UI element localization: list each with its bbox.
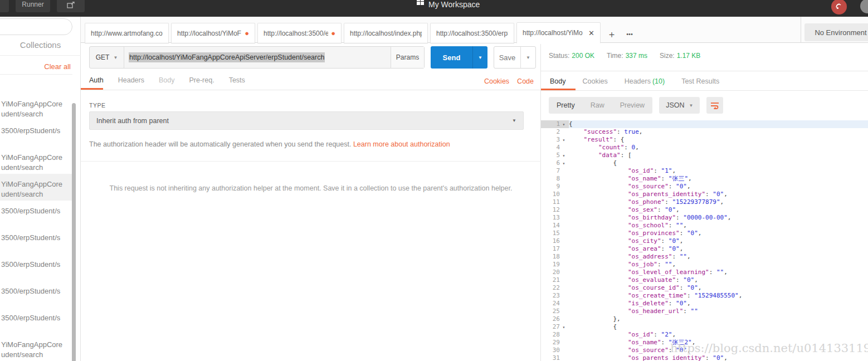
code-gutter[interactable]: 27▾ xyxy=(541,323,569,331)
sidebar-search-input[interactable] xyxy=(0,18,72,35)
save-options-button[interactable]: ▼ xyxy=(520,47,535,68)
send-button[interactable]: Send xyxy=(431,46,472,69)
request-tab-prereq[interactable]: Pre-req. xyxy=(189,76,214,90)
code-text: "os_area": "0", xyxy=(569,245,868,253)
history-item-line: 3500/erpStudent/s xyxy=(1,126,72,136)
workspace-switcher[interactable]: My Workspace xyxy=(417,0,480,12)
fold-caret-icon[interactable]: ▾ xyxy=(560,136,568,144)
history-item[interactable]: 3500/erpStudent/s xyxy=(0,201,72,227)
runner-button[interactable]: Runner xyxy=(16,0,50,12)
code-gutter[interactable]: 17 xyxy=(541,245,569,253)
code-gutter[interactable]: 28 xyxy=(541,331,569,339)
view-mode-preview[interactable]: Preview xyxy=(612,97,652,114)
code-gutter[interactable]: 5▾ xyxy=(541,152,569,159)
fold-caret-icon[interactable]: ▾ xyxy=(560,323,568,331)
code-gutter[interactable]: 7 xyxy=(541,167,569,175)
view-mode-pretty[interactable]: Pretty xyxy=(549,97,583,114)
close-tab-icon[interactable]: ✕ xyxy=(588,29,594,37)
code-link[interactable]: Code xyxy=(517,77,534,85)
code-gutter[interactable]: 8 xyxy=(541,175,569,183)
sidebar-scrollbar[interactable] xyxy=(72,103,76,361)
cookies-link[interactable]: Cookies xyxy=(484,77,509,85)
auth-type-dropdown[interactable]: Inherit auth from parent ▼ xyxy=(89,111,524,130)
sync-off-icon[interactable] xyxy=(831,0,847,14)
code-gutter[interactable]: 2 xyxy=(541,128,569,136)
request-tab-body[interactable]: Body xyxy=(159,76,175,90)
history-item[interactable]: 3500/erpStudent/s xyxy=(0,120,72,147)
request-tab-4[interactable]: http://localhost:3500/erpStu xyxy=(430,23,514,43)
history-item[interactable]: 3500/erpStudent/s xyxy=(0,308,72,334)
code-gutter[interactable]: 21 xyxy=(541,276,569,284)
response-tab-headers[interactable]: Headers(10) xyxy=(625,77,665,85)
clear-all-link[interactable]: Clear all xyxy=(44,62,71,71)
request-tab-0[interactable]: http://www.artmofang.com xyxy=(85,23,169,43)
code-text: "result": { xyxy=(569,136,868,144)
environment-selector[interactable]: No Environment xyxy=(804,23,868,41)
json-response-viewer[interactable]: 1▾{2 "success": true,3▾ "result": {4 "co… xyxy=(541,120,868,361)
code-gutter[interactable]: 11 xyxy=(541,198,569,206)
request-tab-tests[interactable]: Tests xyxy=(229,76,245,90)
code-gutter[interactable]: 24 xyxy=(541,300,569,308)
code-gutter[interactable]: 23 xyxy=(541,292,569,300)
code-gutter[interactable]: 31 xyxy=(541,354,569,361)
history-item[interactable]: 3500/erpStudent/s xyxy=(0,227,72,254)
code-gutter[interactable]: 22 xyxy=(541,284,569,292)
tab-collections[interactable]: Collections xyxy=(0,40,81,56)
request-tab-1[interactable]: http://localhost/YiMoF● xyxy=(171,23,255,43)
response-tab-test-results[interactable]: Test Results xyxy=(681,77,719,85)
send-options-button[interactable]: ▼ xyxy=(472,46,487,69)
code-gutter[interactable]: 4 xyxy=(541,144,569,152)
code-gutter[interactable]: 25 xyxy=(541,308,569,315)
code-gutter[interactable]: 18 xyxy=(541,253,569,261)
history-item[interactable]: 3500/erpStudent/s xyxy=(0,281,72,308)
fold-caret-icon[interactable]: ▾ xyxy=(560,159,568,167)
code-gutter[interactable]: 13 xyxy=(541,214,569,222)
avatar[interactable] xyxy=(860,0,868,13)
request-tab-2[interactable]: http://localhost:3500/e● xyxy=(257,23,342,43)
code-gutter[interactable]: 26 xyxy=(541,315,569,323)
open-new-window-icon[interactable] xyxy=(57,0,85,12)
request-tab-5[interactable]: http://localhost/YiMo✕ xyxy=(516,22,601,43)
response-tab-cookies[interactable]: Cookies xyxy=(583,77,608,85)
learn-more-link[interactable]: Learn more about authorization xyxy=(353,140,450,148)
code-text: "os_parents_identity": "0", xyxy=(569,354,868,361)
code-gutter[interactable]: 10 xyxy=(541,191,569,198)
code-gutter[interactable]: 19 xyxy=(541,261,569,269)
wrap-text-button[interactable] xyxy=(706,97,723,114)
history-item[interactable]: 3500/erpStudent/s xyxy=(0,254,72,281)
request-tab-headers[interactable]: Headers xyxy=(118,76,144,90)
history-item[interactable]: YiMoFangAppCoreudent/search xyxy=(0,147,72,174)
new-tab-button[interactable]: ＋ xyxy=(603,25,621,43)
code-line: 28 "os_id": "2", xyxy=(541,331,868,339)
history-item[interactable]: YiMoFangAppCoreudent/search xyxy=(0,94,72,120)
format-dropdown[interactable]: JSON ▼ xyxy=(659,97,700,114)
response-tab-body[interactable]: Body xyxy=(550,77,566,85)
tab-options-button[interactable]: ••• xyxy=(621,25,638,43)
import-button[interactable] xyxy=(0,0,9,12)
code-gutter[interactable]: 3▾ xyxy=(541,136,569,144)
request-tab-3[interactable]: http://localhost/index.php/Y xyxy=(344,23,428,43)
history-item[interactable]: YiMoFangAppCoreudent/search xyxy=(0,174,72,201)
method-dropdown[interactable]: GET ▼ xyxy=(90,47,124,68)
code-text: "count": 0, xyxy=(569,144,868,152)
history-item[interactable]: YiMoFangAppCoreudent/search xyxy=(0,334,72,361)
code-gutter[interactable]: 20 xyxy=(541,269,569,276)
fold-caret-icon[interactable]: ▾ xyxy=(560,120,568,128)
code-gutter[interactable]: 14 xyxy=(541,222,569,230)
code-gutter[interactable]: 15 xyxy=(541,230,569,237)
view-mode-raw[interactable]: Raw xyxy=(583,97,612,114)
code-line: 21 "os_evaluate": "0", xyxy=(541,276,868,284)
code-gutter[interactable]: 30 xyxy=(541,347,569,354)
code-gutter[interactable]: 16 xyxy=(541,237,569,245)
send-button-group: Send ▼ xyxy=(431,46,487,69)
url-input[interactable]: http://localhost/YiMoFangAppCoreApiServe… xyxy=(124,47,391,68)
fold-caret-icon[interactable]: ▾ xyxy=(560,152,568,159)
code-line: 18 "os_address": "", xyxy=(541,253,868,261)
code-gutter[interactable]: 9 xyxy=(541,183,569,191)
save-button[interactable]: Save xyxy=(494,47,520,68)
code-gutter[interactable]: 12 xyxy=(541,206,569,214)
code-gutter[interactable]: 6▾ xyxy=(541,159,569,167)
code-gutter[interactable]: 1▾ xyxy=(541,120,569,128)
code-gutter[interactable]: 29 xyxy=(541,339,569,347)
params-button[interactable]: Params xyxy=(391,47,424,68)
